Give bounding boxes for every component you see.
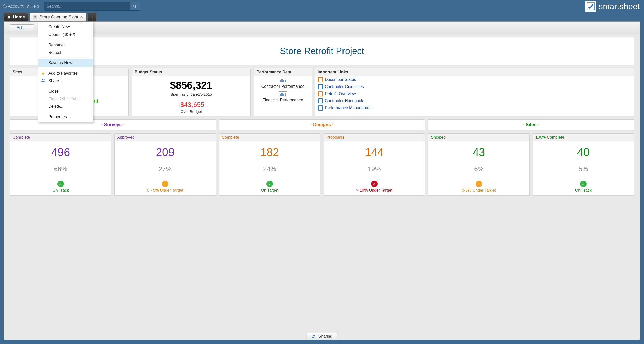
performance-card-body: Contractor Performance Financial Perform… (254, 76, 312, 116)
search-input[interactable] (44, 2, 130, 10)
search-container (44, 2, 140, 11)
kpi-body: 209 27% ! 0 - 5% Under Target (115, 141, 216, 195)
sharing-label: Sharing (318, 334, 332, 339)
kpi-head: Complete (10, 134, 111, 141)
menu-add-favorites-label: Add to Favorites (48, 71, 78, 75)
kpi-body: 496 66% ✓ On Track (10, 141, 111, 195)
budget-card: Budget Status $856,321 Spent as of Jan-1… (132, 68, 251, 116)
kpi-value: 182 (219, 146, 320, 159)
cards-row: Sites 74 mprovement ec - 15/Jan Budget S… (10, 68, 634, 116)
kpi-status: ! 0-5% Under Target (428, 181, 529, 193)
kpi-value: 496 (10, 146, 111, 159)
menu-create-new[interactable]: Create New... (38, 23, 93, 31)
help-link[interactable]: ? Help (26, 4, 39, 9)
tab-bar: Home ▼ Store Opening Sight × + (0, 13, 644, 21)
file-icon (318, 84, 323, 89)
tab-close-icon[interactable]: × (80, 14, 83, 20)
section-row: - Surveys - - Designs - - Sites - (10, 119, 634, 130)
menu-delete[interactable]: Delete... (38, 103, 93, 110)
star-icon: ★ (41, 71, 45, 76)
page-title: Store Retrofit Project (280, 46, 364, 56)
budget-amount: $856,321 (135, 80, 247, 91)
menu-separator (41, 86, 90, 86)
menu-refresh[interactable]: Refresh (38, 49, 93, 56)
brand-text: smartsheet (599, 2, 640, 11)
top-bar: Account ? Help smartsheet (0, 0, 644, 13)
kpi-head: Complete (219, 134, 320, 141)
kpi-row: Complete 496 66% ✓ On Track Approved 209… (10, 133, 634, 196)
status-badge-icon: ✓ (266, 181, 273, 187)
menu-properties[interactable]: Properties... (38, 113, 93, 121)
account-link[interactable]: Account (3, 4, 23, 9)
kpi-head: Shipped (428, 134, 529, 141)
links-card-body: December StatusContractor GuidelinesRetr… (315, 76, 634, 116)
kpi-body: 40 5% ✓ On Track (533, 141, 634, 195)
status-badge-icon: ✓ (580, 181, 587, 187)
tab-context-menu: Create New... Open... (⌘ + /) Rename... … (38, 21, 93, 122)
menu-open[interactable]: Open... (⌘ + /) (38, 31, 93, 38)
status-badge-icon: ✓ (57, 181, 64, 187)
kpi-value: 209 (115, 146, 216, 159)
menu-save-as-new[interactable]: Save as New... (38, 59, 93, 67)
important-link-label: Contractor Handbook (325, 99, 363, 103)
kpi-status-label: 0-5% Under Target (428, 188, 529, 193)
kpi-status: ✓ On Track (10, 181, 111, 193)
search-icon (133, 4, 137, 8)
links-card: Important Links December StatusContracto… (315, 68, 634, 116)
menu-rename[interactable]: Rename... (38, 41, 93, 49)
financial-performance-label: Financial Performance (263, 98, 303, 102)
svg-point-5 (43, 79, 45, 81)
status-badge-icon: ! (162, 181, 168, 187)
menu-add-favorites[interactable]: ★ Add to Favorites (38, 70, 93, 77)
kpi-status-label: 0 - 5% Under Target (115, 188, 216, 193)
important-link-label: Contractor Guidelines (325, 84, 364, 89)
financial-performance-link[interactable]: Financial Performance (263, 91, 303, 102)
contractor-performance-link[interactable]: Contractor Performance (261, 78, 305, 89)
section-designs: - Designs - (219, 119, 425, 130)
section-sites-label: - Sites - (428, 120, 634, 130)
important-link[interactable]: Retrofit Overview (318, 91, 631, 96)
sharing-button[interactable]: Sharing (306, 333, 337, 340)
contractor-performance-label: Contractor Performance (261, 84, 305, 89)
svg-point-6 (313, 335, 314, 336)
menu-share[interactable]: Share... (38, 77, 93, 85)
home-icon (7, 15, 11, 19)
title-panel: Store Retrofit Project (10, 37, 634, 65)
kpi-status-label: On Track (533, 188, 634, 193)
kpi-percent: 19% (324, 165, 425, 173)
menu-separator (41, 68, 90, 68)
bar-chart-icon (279, 91, 287, 97)
kpi-status-label: On Track (10, 188, 111, 193)
tab-dropdown-icon[interactable]: ▼ (33, 15, 37, 19)
budget-card-head: Budget Status (132, 68, 250, 76)
kpi-status: ! 0 - 5% Under Target (115, 181, 216, 193)
people-icon (41, 79, 45, 82)
kpi-status-label: On Target (219, 188, 320, 193)
status-badge-icon: ! (476, 181, 482, 187)
app-frame: Edit... Create New... Open... (⌘ + /) Re… (4, 21, 640, 340)
title-row: Store Retrofit Project (10, 37, 634, 65)
performance-card: Performance Data Contractor Performance … (254, 68, 312, 116)
menu-close[interactable]: Close (38, 88, 93, 95)
important-link[interactable]: Performance Management (318, 105, 631, 111)
svg-line-2 (135, 7, 136, 8)
tab-active[interactable]: ▼ Store Opening Sight × (30, 13, 86, 21)
tab-home-label: Home (13, 15, 25, 20)
edit-button[interactable]: Edit... (10, 24, 34, 31)
kpi-value: 144 (324, 146, 425, 159)
search-button[interactable] (130, 2, 140, 10)
important-link[interactable]: December Status (318, 77, 631, 82)
important-link[interactable]: Contractor Handbook (318, 98, 631, 103)
kpi-head: 100% Complete (533, 134, 634, 141)
tab-add[interactable]: + (88, 13, 96, 21)
tab-home[interactable]: Home (4, 13, 28, 21)
section-sites: - Sites - (428, 119, 634, 130)
important-link[interactable]: Contractor Guidelines (318, 84, 631, 89)
kpi-value: 40 (533, 146, 634, 159)
file-icon (318, 98, 323, 103)
kpi-percent: 66% (10, 165, 111, 173)
kpi-status: ✓ On Track (533, 181, 634, 193)
menu-separator (41, 112, 90, 112)
kpi-card: Complete 182 24% ✓ On Target (219, 133, 320, 196)
menu-share-label: Share... (48, 79, 62, 83)
